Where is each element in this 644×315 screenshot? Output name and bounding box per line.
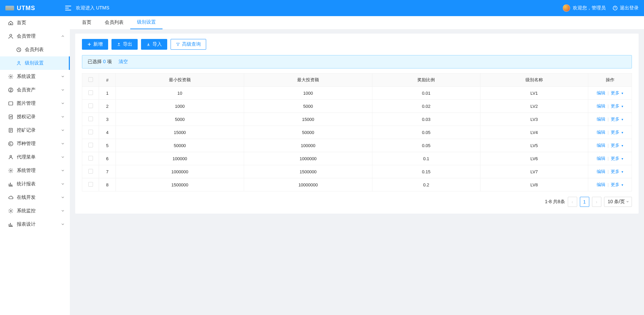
cell-min: 100000 [116,152,244,165]
cell-actions: 编辑|更多 ▾ [588,178,632,191]
sidebar-item-label: 授权记录 [17,114,61,120]
sidebar-item-label: 会员管理 [17,33,61,39]
chevron-down-icon: ▾ [622,144,623,147]
logout-label: 退出登录 [620,5,639,11]
chevron-down-icon: ▾ [622,104,623,108]
cell-min: 15000 [116,126,244,139]
select-all-checkbox[interactable] [88,77,93,82]
tabs-bar: 首页会员列表级别设置 [70,16,644,30]
sidebar-item-member-list[interactable]: 会员列表 [0,43,70,56]
clear-selection-link[interactable]: 清空 [119,59,128,65]
more-dropdown[interactable]: 更多 ▾ [611,117,623,122]
sidebar-item-system-mgmt[interactable]: 系统管理 [0,164,70,177]
chevron-down-icon [61,75,64,78]
sidebar-item-picture[interactable]: 图片管理 [0,97,70,110]
cell-max: 15000 [244,113,372,126]
row-checkbox[interactable] [88,182,93,187]
table-row: 7100000015000000.15LV7编辑|更多 ▾ [82,165,632,178]
export-button[interactable]: 导出 [111,39,138,50]
clock-icon [16,47,21,52]
sidebar-item-system-setting[interactable]: 系统设置 [0,70,70,83]
logout-button[interactable]: 退出登录 [612,5,639,11]
cell-ratio: 0.15 [372,165,480,178]
more-dropdown[interactable]: 更多 ▾ [611,143,623,148]
sidebar-item-report[interactable]: 统计报表 [0,177,70,191]
sidebar-item-auth-record[interactable]: 授权记录 [0,110,70,124]
chevron-down-icon [61,88,64,92]
edit-link[interactable]: 编辑 [597,182,605,187]
sidebar-item-online-dev[interactable]: 在线开发 [0,191,70,204]
row-checkbox[interactable] [88,103,93,108]
cell-min: 10 [116,87,244,100]
logo-area: UTMS [5,5,62,12]
row-checkbox[interactable] [88,143,93,147]
doc-icon [8,128,13,133]
cell-index: 4 [99,126,116,139]
add-button[interactable]: 新增 [82,39,108,50]
table-row: 610000010000000.1LV6编辑|更多 ▾ [82,152,632,165]
row-checkbox[interactable] [88,117,93,121]
edit-link[interactable]: 编辑 [597,143,605,148]
more-dropdown[interactable]: 更多 ▾ [611,182,623,187]
page-1-button[interactable]: 1 [580,197,589,207]
sidebar-item-system-monitor[interactable]: 系统监控 [0,204,70,218]
col-level-name[interactable]: 级别名称 [480,74,588,87]
sidebar-item-agent[interactable]: 代理菜单 [0,150,70,164]
sidebar-item-mining-record[interactable]: 挖矿记录 [0,124,70,137]
page-size-select[interactable]: 10 条/页 [604,197,632,207]
prev-page-button[interactable]: ‹ [568,197,577,207]
edit-link[interactable]: 编辑 [597,156,605,161]
cell-ratio: 0.2 [372,178,480,191]
chevron-down-icon: ▾ [622,157,623,161]
col-reward-ratio[interactable]: 奖励比例 [372,74,480,87]
export-label: 导出 [123,41,132,47]
user-area[interactable]: 欢迎您，管理员 [563,4,606,12]
sidebar-item-coin[interactable]: 币种管理 [0,137,70,150]
import-label: 导入 [152,41,162,47]
col-max-invest[interactable]: 最大投资额 [244,74,372,87]
tab-home[interactable]: 首页 [75,16,98,29]
cell-index: 5 [99,139,116,152]
chevron-down-icon: ▾ [622,91,623,95]
row-checkbox[interactable] [88,169,93,174]
selection-alert: 已选择 0 项 清空 [82,55,632,69]
cell-name: LV4 [480,126,588,139]
cell-max: 50000 [244,126,372,139]
chevron-down-icon: ▾ [622,183,623,187]
chevron-down-icon [61,169,64,172]
tab-level-setting[interactable]: 级别设置 [130,16,163,29]
row-checkbox[interactable] [88,156,93,161]
next-page-button[interactable]: › [592,197,601,207]
edit-link[interactable]: 编辑 [597,90,605,95]
more-dropdown[interactable]: 更多 ▾ [611,169,623,174]
chevron-down-icon [61,129,64,132]
sidebar-item-level-setting[interactable]: 级别设置 [0,56,70,70]
sidebar-item-report-design[interactable]: 报表设计 [0,218,70,231]
menu-fold-icon[interactable] [65,5,71,11]
more-dropdown[interactable]: 更多 ▾ [611,90,623,95]
import-button[interactable]: 导入 [141,39,167,50]
advanced-search-button[interactable]: 高级查询 [171,39,206,50]
table-row: 5500001000000.05LV5编辑|更多 ▾ [82,139,632,152]
sidebar-item-label: 挖矿记录 [17,127,61,133]
filter-icon [176,42,180,46]
more-dropdown[interactable]: 更多 ▾ [611,103,623,108]
sidebar-item-member-asset[interactable]: 会员资产 [0,83,70,97]
more-dropdown[interactable]: 更多 ▾ [611,156,623,161]
edit-link[interactable]: 编辑 [597,117,605,122]
app-name: UTMS [17,5,35,12]
advanced-search-label: 高级查询 [182,41,201,47]
cell-actions: 编辑|更多 ▾ [588,87,632,100]
col-min-invest[interactable]: 最小投资额 [116,74,244,87]
level-settings-card: 新增 导出 导入 高级查询 [75,34,639,214]
edit-link[interactable]: 编辑 [597,130,605,135]
row-checkbox[interactable] [88,130,93,134]
tab-member-list[interactable]: 会员列表 [98,16,130,29]
edit-link[interactable]: 编辑 [597,169,605,174]
sidebar-item-label: 首页 [17,20,64,26]
sidebar-item-member[interactable]: 会员管理 [0,30,70,43]
edit-link[interactable]: 编辑 [597,103,605,108]
more-dropdown[interactable]: 更多 ▾ [611,130,623,135]
row-checkbox[interactable] [88,90,93,95]
sidebar-item-home[interactable]: 首页 [0,16,70,30]
